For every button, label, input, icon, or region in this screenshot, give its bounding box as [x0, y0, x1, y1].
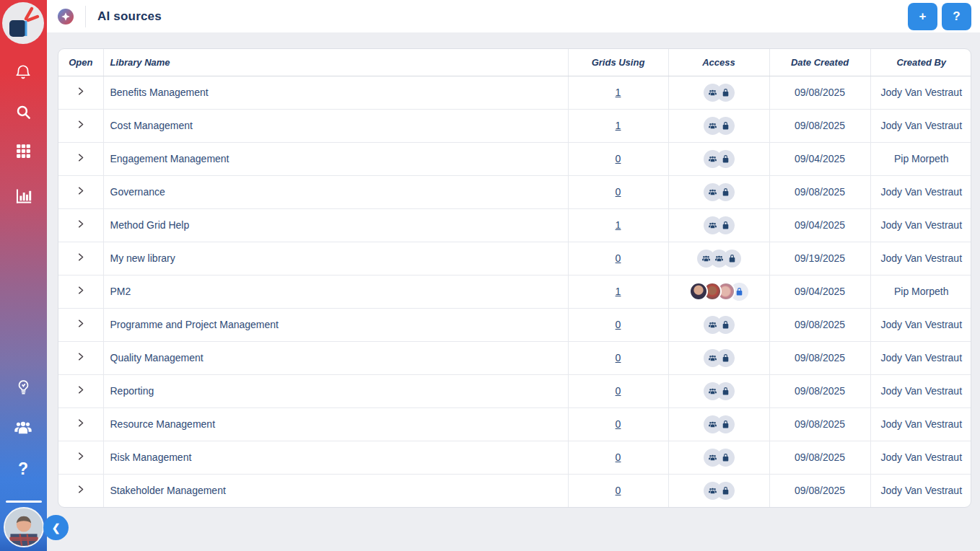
notifications-bell-icon[interactable] [10, 60, 36, 86]
user-avatar[interactable] [4, 507, 44, 547]
grids-using-link[interactable]: 1 [616, 87, 621, 98]
open-library-chevron-icon[interactable] [75, 484, 86, 495]
add-source-button[interactable]: + [908, 3, 937, 30]
column-header-created-by: Created By [870, 49, 971, 76]
help-question-icon[interactable]: ? [10, 456, 36, 482]
grids-using-link[interactable]: 0 [616, 352, 621, 363]
table-row: Stakeholder Management009/08/2025Jody Va… [58, 474, 971, 507]
open-library-chevron-icon[interactable] [75, 418, 86, 428]
access-icons[interactable] [704, 316, 735, 334]
header-divider [85, 6, 86, 27]
grids-using-link[interactable]: 0 [616, 252, 621, 264]
created-by: Jody Van Vestraut [880, 485, 962, 496]
library-name[interactable]: Reporting [110, 385, 154, 397]
member-avatar [689, 282, 708, 301]
library-name[interactable]: Engagement Management [110, 153, 229, 164]
column-header-access: Access [668, 49, 769, 76]
column-header-library-name: Library Name [103, 49, 568, 76]
open-library-chevron-icon[interactable] [75, 252, 86, 263]
sidebar-divider [6, 501, 42, 503]
library-name[interactable]: Governance [110, 186, 165, 198]
open-library-chevron-icon[interactable] [75, 451, 86, 462]
access-icons[interactable] [704, 415, 735, 433]
library-name[interactable]: Stakeholder Management [110, 485, 226, 496]
search-icon[interactable] [10, 99, 36, 125]
collapse-sidebar-button[interactable]: ❮ [43, 515, 69, 540]
open-library-chevron-icon[interactable] [75, 119, 86, 130]
collapse-chevron-icon: ❮ [52, 522, 61, 534]
open-library-chevron-icon[interactable] [75, 152, 86, 163]
grids-using-link[interactable]: 0 [616, 451, 621, 463]
access-icons[interactable] [697, 250, 741, 268]
apps-grid-icon[interactable] [10, 138, 36, 164]
date-created: 09/08/2025 [795, 352, 845, 363]
table-row: Cost Management109/08/2025Jody Van Vestr… [58, 109, 971, 142]
grids-using-link[interactable]: 1 [616, 219, 621, 231]
grids-using-link[interactable]: 0 [616, 385, 621, 397]
access-icons[interactable] [704, 382, 735, 400]
access-icons[interactable] [704, 216, 735, 234]
grids-using-link[interactable]: 0 [616, 153, 621, 164]
created-by: Jody Van Vestraut [880, 252, 962, 264]
group-access-icon [704, 84, 722, 102]
access-icons[interactable] [704, 117, 735, 135]
library-name[interactable]: Resource Management [110, 418, 216, 430]
date-created: 09/04/2025 [795, 153, 845, 164]
open-library-chevron-icon[interactable] [75, 384, 86, 395]
help-button[interactable]: ? [942, 3, 971, 30]
access-icons[interactable] [704, 84, 735, 102]
table-row: Resource Management009/08/2025Jody Van V… [58, 407, 971, 441]
created-by: Pip Morpeth [894, 286, 948, 297]
library-name[interactable]: Method Grid Help [110, 219, 190, 231]
grids-using-link[interactable]: 0 [616, 485, 621, 496]
table-row: Risk Management009/08/2025Jody Van Vestr… [58, 441, 971, 474]
created-by: Jody Van Vestraut [880, 418, 962, 430]
analytics-chart-icon[interactable] [10, 182, 36, 208]
created-by: Jody Van Vestraut [880, 451, 962, 463]
library-name[interactable]: Risk Management [110, 451, 192, 463]
library-name[interactable]: Programme and Project Management [110, 319, 279, 330]
created-by: Jody Van Vestraut [880, 385, 962, 397]
access-icons[interactable] [704, 449, 735, 467]
table-row: Engagement Management009/04/2025Pip Morp… [58, 142, 971, 175]
open-library-chevron-icon[interactable] [75, 351, 86, 362]
date-created: 09/08/2025 [795, 418, 845, 430]
table-header-row: Open Library Name Grids Using Access Dat… [58, 49, 971, 76]
ideas-lightbulb-icon[interactable] [10, 374, 36, 400]
table-body: Benefits Management109/08/2025Jody Van V… [58, 76, 971, 507]
grids-using-link[interactable]: 0 [616, 418, 621, 430]
library-name[interactable]: Quality Management [110, 352, 204, 363]
group-access-icon [704, 150, 722, 168]
grids-using-link[interactable]: 0 [616, 319, 621, 330]
open-library-chevron-icon[interactable] [75, 219, 86, 229]
access-icons[interactable] [704, 150, 735, 168]
table-row: PM2109/04/2025Pip Morpeth [58, 275, 971, 308]
grids-using-link[interactable]: 1 [616, 120, 621, 131]
open-library-chevron-icon[interactable] [75, 185, 86, 196]
group-access-icon [704, 183, 722, 201]
library-name[interactable]: PM2 [110, 286, 131, 297]
team-users-icon[interactable] [10, 415, 36, 441]
open-library-chevron-icon[interactable] [75, 285, 86, 296]
created-by: Jody Van Vestraut [880, 319, 962, 330]
access-icons[interactable] [704, 349, 735, 367]
library-name[interactable]: Cost Management [110, 120, 193, 131]
table-row: Quality Management009/08/2025Jody Van Ve… [58, 341, 971, 374]
grids-using-link[interactable]: 0 [616, 186, 621, 198]
date-created: 09/08/2025 [795, 319, 845, 330]
library-name[interactable]: Benefits Management [110, 87, 209, 98]
table-row: Method Grid Help109/04/2025Jody Van Vest… [58, 208, 971, 242]
access-icons[interactable] [689, 282, 748, 301]
date-created: 09/08/2025 [795, 485, 845, 496]
date-created: 09/19/2025 [795, 252, 845, 264]
column-header-grids-using: Grids Using [568, 49, 668, 76]
grids-using-link[interactable]: 1 [616, 286, 621, 297]
library-name[interactable]: My new library [110, 252, 175, 264]
created-by: Jody Van Vestraut [880, 186, 962, 198]
access-icons[interactable] [704, 482, 735, 500]
group-access-icon [704, 349, 722, 367]
access-icons[interactable] [704, 183, 735, 201]
open-library-chevron-icon[interactable] [75, 318, 86, 329]
open-library-chevron-icon[interactable] [75, 86, 86, 97]
brand-logo-icon[interactable] [1, 1, 45, 45]
